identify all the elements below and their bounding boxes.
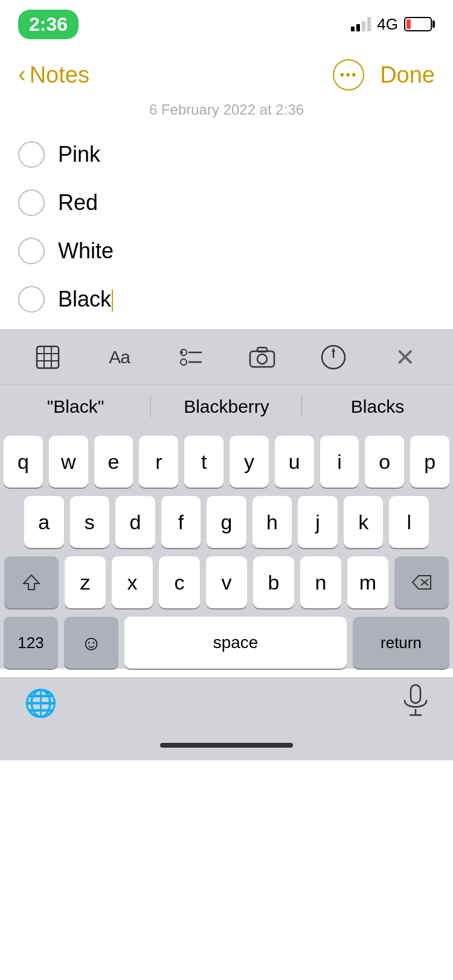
checklist-label-red: Red — [58, 190, 98, 215]
key-l[interactable]: l — [389, 496, 429, 548]
space-key[interactable]: space — [124, 617, 347, 669]
key-d[interactable]: d — [115, 496, 155, 548]
back-label: Notes — [30, 62, 89, 88]
key-g[interactable]: g — [207, 496, 246, 548]
svg-rect-19 — [411, 685, 420, 703]
nav-bar: ‹ Notes ••• Done — [0, 48, 453, 101]
key-z[interactable]: z — [65, 556, 106, 608]
autocomplete-item-0[interactable]: "Black" — [0, 390, 151, 423]
checkbox-red[interactable] — [18, 189, 45, 216]
ellipsis-icon: ••• — [340, 68, 358, 81]
chevron-left-icon: ‹ — [18, 63, 26, 86]
key-p[interactable]: p — [410, 436, 449, 488]
key-f[interactable]: f — [161, 496, 201, 548]
key-m[interactable]: m — [347, 556, 388, 608]
svg-rect-12 — [257, 348, 267, 352]
emoji-key[interactable]: ☺ — [64, 617, 118, 669]
home-indicator — [0, 730, 453, 760]
key-u[interactable]: u — [275, 436, 314, 488]
autocomplete-item-2[interactable]: Blacks — [302, 390, 453, 423]
checklist-item-2: Red — [18, 179, 435, 227]
status-time: 2:36 — [18, 10, 79, 39]
key-k[interactable]: k — [344, 496, 384, 548]
key-n[interactable]: n — [300, 556, 341, 608]
svg-point-11 — [257, 354, 267, 364]
network-label: 4G — [377, 15, 398, 34]
keyboard: q w e r t y u i o p a s d f g h j k l z … — [0, 428, 453, 669]
home-bar — [160, 743, 293, 748]
svg-marker-15 — [332, 348, 335, 352]
key-a[interactable]: a — [24, 496, 64, 548]
key-i[interactable]: i — [320, 436, 359, 488]
close-icon[interactable]: ✕ — [387, 339, 423, 375]
checklist-item-3: White — [18, 227, 435, 275]
svg-point-6 — [181, 351, 183, 354]
checklist-label-white: White — [58, 238, 114, 264]
key-row-2: a s d f g h j k l — [4, 496, 449, 548]
note-content: Pink Red White Black — [0, 124, 453, 329]
number-key[interactable]: 123 — [4, 617, 58, 669]
key-o[interactable]: o — [365, 436, 404, 488]
status-bar: 2:36 4G — [0, 0, 453, 48]
key-q[interactable]: q — [4, 436, 43, 488]
key-row-4: 123 ☺ space return — [4, 617, 449, 669]
note-date: 6 February 2022 at 2:36 — [0, 101, 453, 118]
table-icon[interactable] — [30, 339, 66, 375]
return-key[interactable]: return — [353, 617, 449, 669]
more-button[interactable]: ••• — [333, 59, 364, 91]
compose-icon[interactable] — [315, 339, 352, 375]
key-row-1: q w e r t y u i o p — [4, 436, 449, 488]
battery-icon — [404, 17, 435, 31]
key-row-3: z x c v b n m — [4, 556, 449, 608]
key-b[interactable]: b — [253, 556, 294, 608]
keyboard-toolbar: Aa ✕ — [0, 329, 453, 384]
autocomplete-item-1[interactable]: Blackberry — [151, 390, 302, 423]
checklist-label-pink: Pink — [58, 142, 100, 167]
key-j[interactable]: j — [298, 496, 338, 548]
key-r[interactable]: r — [139, 436, 178, 488]
globe-icon[interactable]: 🌐 — [24, 687, 57, 719]
done-button[interactable]: Done — [380, 62, 435, 88]
autocomplete-bar: "Black" Blackberry Blacks — [0, 384, 453, 428]
key-x[interactable]: x — [112, 556, 153, 608]
checkbox-black[interactable] — [18, 286, 45, 313]
key-e[interactable]: e — [94, 436, 133, 488]
signal-icon — [351, 17, 371, 31]
checklist-item-1: Pink — [18, 130, 435, 179]
key-t[interactable]: t — [184, 436, 223, 488]
key-c[interactable]: c — [159, 556, 200, 608]
key-w[interactable]: w — [49, 436, 88, 488]
checklist-icon[interactable] — [173, 339, 209, 375]
checkbox-white[interactable] — [18, 238, 45, 264]
nav-back-button[interactable]: ‹ Notes — [18, 62, 89, 88]
text-cursor — [112, 290, 113, 311]
checkbox-pink[interactable] — [18, 141, 45, 168]
svg-rect-0 — [37, 346, 59, 368]
svg-marker-16 — [24, 575, 39, 590]
key-v[interactable]: v — [206, 556, 247, 608]
format-icon[interactable]: Aa — [101, 339, 137, 375]
key-y[interactable]: y — [230, 436, 269, 488]
key-h[interactable]: h — [252, 496, 292, 548]
status-right: 4G — [351, 15, 435, 34]
checklist-item-4: Black — [18, 275, 435, 323]
nav-actions: ••• Done — [333, 59, 435, 91]
key-s[interactable]: s — [70, 496, 110, 548]
checklist-label-black: Black — [58, 287, 113, 312]
keyboard-bottom-row: 🌐 — [0, 677, 453, 730]
camera-icon[interactable] — [244, 339, 280, 375]
shift-key[interactable] — [4, 556, 59, 608]
microphone-icon[interactable] — [402, 684, 429, 722]
svg-point-8 — [181, 359, 187, 365]
delete-key[interactable] — [394, 556, 449, 608]
